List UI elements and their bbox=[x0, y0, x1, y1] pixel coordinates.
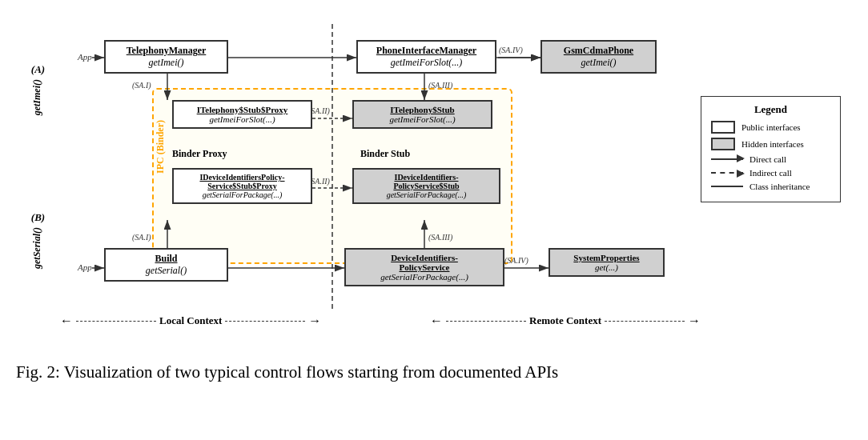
telephony-manager-box: TelephonyManager getImei() bbox=[104, 40, 228, 74]
svg-text:(SA.I): (SA.I) bbox=[132, 81, 151, 90]
phone-interface-manager-box: PhoneInterfaceManager getImeiForSlot(...… bbox=[356, 40, 496, 74]
ipc-label: IPC (Binder) bbox=[155, 120, 167, 174]
itelephony-proxy-box: ITelephony$Stub$Proxy getImeiForSlot(...… bbox=[172, 100, 312, 129]
context-labels: ← Local Context → ← Remote Context → bbox=[60, 314, 701, 328]
svg-text:(SA.I): (SA.I) bbox=[132, 233, 151, 242]
svg-text:App: App bbox=[77, 52, 92, 62]
itelephony-stub-box: ITelephony$Stub getImeiForSlot(...) bbox=[352, 100, 492, 129]
svg-text:App: App bbox=[77, 262, 92, 272]
gsm-cdma-phone-box: GsmCdmaPhone getImei() bbox=[540, 40, 657, 74]
row-a-label: (A) getImei() bbox=[31, 63, 45, 115]
device-identifiers-box: DeviceIdentifiers-PolicyService getSeria… bbox=[344, 248, 504, 286]
system-properties-box: SystemProperties get(...) bbox=[549, 248, 665, 277]
idevice-proxy-box: IDeviceIdentifiersPolicy-Service$Stub$Pr… bbox=[172, 168, 312, 204]
legend: Legend Public interfaces Hidden interfac… bbox=[701, 96, 841, 202]
svg-text:(SA.IV): (SA.IV) bbox=[499, 46, 523, 55]
idevice-stub-box: IDeviceIdentifiers-PolicyService$Stub ge… bbox=[352, 168, 500, 204]
row-b-label: (B) getSerial() bbox=[31, 211, 45, 269]
binder-proxy-label: Binder Proxy bbox=[172, 148, 227, 160]
figure-caption: Fig. 2: Visualization of two typical con… bbox=[16, 360, 625, 386]
build-box: Build getSerial() bbox=[104, 248, 228, 282]
binder-stub-label: Binder Stub bbox=[360, 148, 410, 160]
